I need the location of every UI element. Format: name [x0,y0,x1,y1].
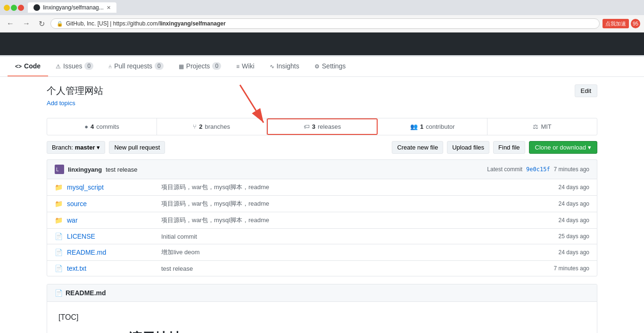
contributors-count: 1 [420,123,423,130]
license-label: MIT [541,123,551,130]
maximize-button[interactable] [11,5,17,11]
tab-insights[interactable]: Insights [262,57,307,76]
tab-code[interactable]: Code [8,57,48,76]
pr-badge: 0 [155,62,164,70]
readme-body: [TOC] Live Demo 演示地址 [47,302,597,333]
svg-text:L: L [56,167,59,172]
file-name[interactable]: text.txt [67,265,161,272]
lock-icon: 🔒 [57,21,63,27]
file-row: 📁 war 项目源码，war包，mysql脚本，readme 24 days a… [47,212,597,229]
tab-close-icon[interactable]: ✕ [107,5,111,11]
file-time: 24 days ago [533,217,589,224]
releases-label: releases [318,123,341,130]
action-bar: Branch: master ▾ New pull request Create… [47,141,597,154]
file-name[interactable]: README.md [67,249,161,256]
page-wrapper: linxingyang/selfmanag... ✕ ← → ↻ 🔒 GitHu… [0,0,644,333]
tab-settings[interactable]: Settings [307,57,354,76]
branches-icon: ⑂ [193,123,197,130]
browser-tab[interactable]: linxingyang/selfmanag... ✕ [28,2,116,13]
address-bar[interactable]: 🔒 GitHub, Inc. [US] | https://github.com… [50,18,600,29]
commit-sha-link[interactable]: 9e0c15f [526,166,550,173]
file-table: 📁 mysql_script 项目源码，war包，mysql脚本，readme … [47,179,597,276]
stat-branches[interactable]: ⑂ 2 branches [157,118,267,135]
commit-author: L linxingyang test release [55,165,137,174]
tab-pull-requests[interactable]: Pull requests 0 [101,57,171,76]
file-row: 📁 source 项目源码，war包，mysql脚本，readme 24 day… [47,196,597,212]
file-message: 增加live deom [161,248,533,257]
commit-time: 7 minutes ago [554,166,589,173]
file-message: Initial commit [161,233,533,240]
code-icon [15,62,22,70]
stat-commits[interactable]: ● 4 commits [47,118,157,135]
github-header [0,33,644,55]
ext-badge: 95 [631,19,640,28]
clone-arrow-icon: ▾ [588,144,591,151]
stat-releases[interactable]: 🏷 3 releases [267,118,378,135]
branch-dropdown-icon: ▾ [97,144,100,151]
tab-issues[interactable]: Issues 0 [48,57,101,76]
settings-icon [314,62,320,70]
projects-icon [179,62,184,70]
file-name[interactable]: source [67,200,161,208]
file-name[interactable]: mysql_script [67,183,161,191]
file-message: 项目源码，war包，mysql脚本，readme [161,216,533,225]
file-message: 项目源码，war包，mysql脚本，readme [161,200,533,208]
file-time: 24 days ago [533,200,589,207]
new-pull-request-button[interactable]: New pull request [109,141,165,154]
create-new-file-button[interactable]: Create new file [392,141,443,154]
file-icon: 📄 [55,249,63,256]
repo-title-row: 个人管理网站 Add topics Edit [47,84,597,114]
branch-selector[interactable]: Branch: master ▾ [47,141,105,154]
file-name[interactable]: LICENSE [67,233,161,240]
tab-projects[interactable]: Projects 0 [171,57,229,76]
repo-title: 个人管理网站 [47,84,103,97]
ext-speed-button[interactable]: 点我加速 [603,19,629,28]
file-time: 25 days ago [533,233,589,240]
file-icon: 📄 [55,233,63,240]
window-controls [4,5,24,11]
branches-count: 2 [199,123,202,130]
browser-titlebar: linxingyang/selfmanag... ✕ [0,0,644,15]
readme-toc: [TOC] [58,313,586,322]
folder-icon: 📁 [55,200,63,208]
wiki-icon [236,62,239,70]
pr-icon [108,62,112,70]
forward-button[interactable]: → [20,18,33,29]
file-icon: 📄 [55,265,63,272]
folder-icon: 📁 [55,216,63,224]
stats-container: ● 4 commits ⑂ 2 branches 🏷 3 releases [47,118,597,135]
commit-message: test release [106,166,137,173]
stat-license[interactable]: ⚖ MIT [487,118,597,135]
commit-username[interactable]: linxingyang [68,166,102,173]
edit-button[interactable]: Edit [575,84,597,97]
commits-count: 4 [91,123,94,130]
readme-h1: Live Demo 演示地址 [58,329,586,333]
upload-files-button[interactable]: Upload files [447,141,489,154]
minimize-button[interactable] [4,5,10,11]
contributors-label: contributor [426,123,454,130]
file-name[interactable]: war [67,216,161,224]
browser-nav: ← → ↻ 🔒 GitHub, Inc. [US] | https://gith… [0,15,644,32]
browser-extensions: 点我加速 95 [603,19,640,28]
file-row: 📁 mysql_script 项目源码，war包，mysql脚本，readme … [47,179,597,196]
clone-or-download-button[interactable]: Clone or download ▾ [529,141,597,154]
projects-badge: 0 [212,62,221,70]
file-time: 24 days ago [533,249,589,256]
author-avatar: L [55,165,64,174]
back-button[interactable]: ← [4,18,17,29]
commit-latest-label: Latest commit [487,166,522,173]
repo-info: 个人管理网站 Add topics [47,84,103,114]
readme-section: 📄 README.md [TOC] Live Demo 演示地址 [47,284,597,333]
action-bar-left: Branch: master ▾ New pull request [47,141,165,154]
reload-button[interactable]: ↻ [36,18,48,29]
insights-icon [270,62,274,70]
close-button[interactable] [18,5,24,11]
stat-contributors[interactable]: 👥 1 contributor [378,118,487,135]
file-row: 📄 LICENSE Initial commit 25 days ago [47,229,597,244]
file-row: 📄 text.txt test release 7 minutes ago [47,261,597,276]
add-topics-link[interactable]: Add topics [47,100,75,107]
file-row: 📄 README.md 增加live deom 24 days ago [47,244,597,261]
browser-chrome: linxingyang/selfmanag... ✕ ← → ↻ 🔒 GitHu… [0,0,644,33]
find-file-button[interactable]: Find file [493,141,525,154]
tab-wiki[interactable]: Wiki [229,57,262,76]
